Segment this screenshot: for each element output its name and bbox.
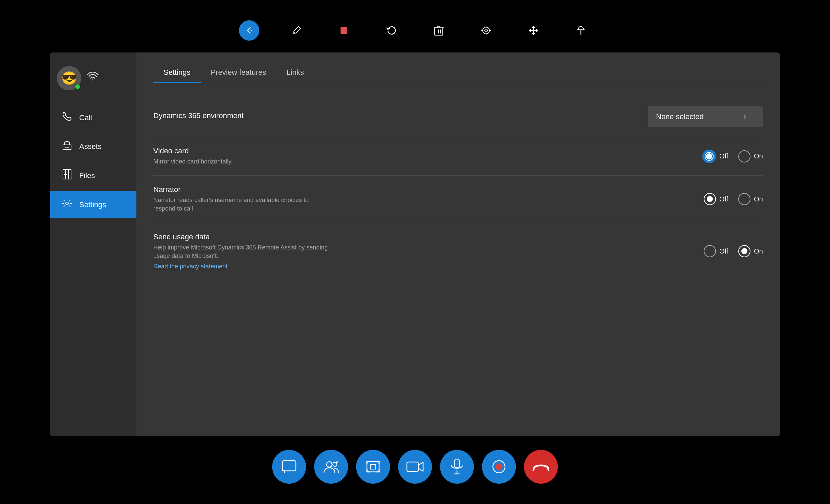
chat-button[interactable] — [272, 450, 306, 484]
video-card-on-label: On — [754, 152, 763, 160]
video-card-desc: Mirror video card horizontally. — [153, 157, 329, 166]
mic-button[interactable] — [440, 450, 474, 484]
send-usage-title: Send usage data — [153, 233, 704, 241]
video-card-off-radio[interactable] — [702, 150, 716, 163]
sidebar-item-files[interactable]: Files — [53, 161, 134, 190]
send-usage-desc: Help improve Microsoft Dynamics 365 Remo… — [153, 243, 329, 260]
call-icon — [61, 111, 73, 124]
dynamics-env-controls: None selected › — [648, 106, 763, 127]
send-usage-label-area: Send usage data Help improve Microsoft D… — [153, 233, 704, 270]
participants-button[interactable] — [314, 450, 348, 484]
svg-point-22 — [327, 462, 332, 467]
move-button[interactable] — [523, 20, 544, 41]
end-call-button[interactable] — [524, 450, 558, 484]
send-usage-on-radio[interactable] — [738, 245, 750, 257]
svg-point-20 — [66, 202, 68, 205]
video-card-on-option[interactable]: On — [738, 150, 763, 162]
main-panel: 😎 Call — [50, 52, 780, 436]
undo-button[interactable] — [381, 20, 401, 41]
online-badge — [74, 84, 81, 90]
send-usage-off-radio[interactable] — [704, 245, 716, 257]
delete-button[interactable] — [429, 20, 449, 41]
svg-point-41 — [496, 463, 502, 470]
svg-rect-37 — [454, 459, 460, 468]
pin-button[interactable] — [571, 20, 591, 41]
dynamics-env-value: None selected — [656, 112, 704, 121]
send-usage-on-label: On — [754, 247, 763, 255]
narrator-on-option[interactable]: On — [738, 193, 763, 205]
svg-rect-27 — [370, 464, 376, 469]
svg-rect-36 — [407, 462, 418, 472]
user-area: 😎 — [50, 59, 136, 104]
video-card-title: Video card — [153, 147, 702, 155]
settings-section: Dynamics 365 environment None selected ›… — [153, 97, 763, 280]
svg-rect-1 — [341, 27, 347, 34]
sidebar-item-assets[interactable]: Assets — [53, 133, 134, 160]
dynamics-env-row: Dynamics 365 environment None selected › — [153, 97, 763, 137]
narrator-controls: Off On — [704, 193, 763, 205]
back-button[interactable] — [239, 20, 259, 41]
sidebar-item-call[interactable]: Call — [53, 104, 134, 131]
video-card-off-option[interactable]: Off — [702, 150, 728, 163]
narrator-label-area: Narrator Narrator reads caller's usernam… — [153, 185, 704, 213]
sidebar-item-settings-label: Settings — [79, 200, 106, 209]
narrator-row: Narrator Narrator reads caller's usernam… — [153, 176, 763, 223]
sidebar-item-call-label: Call — [79, 113, 92, 122]
tabs: Settings Preview features Links — [153, 63, 763, 83]
privacy-link[interactable]: Read the privacy statement — [153, 263, 704, 270]
send-usage-off-option[interactable]: Off — [704, 245, 728, 257]
narrator-title: Narrator — [153, 185, 704, 194]
narrator-on-label: On — [754, 195, 763, 203]
video-card-row: Video card Mirror video card horizontall… — [153, 137, 763, 176]
dynamics-env-label-area: Dynamics 365 environment — [153, 111, 648, 122]
nav-items: Call Assets — [50, 104, 136, 436]
connection-icon — [87, 72, 99, 85]
avatar: 😎 — [57, 66, 81, 90]
dynamics-env-title: Dynamics 365 environment — [153, 111, 648, 120]
send-usage-on-option[interactable]: On — [738, 245, 763, 257]
record-button[interactable] — [482, 450, 516, 484]
svg-rect-21 — [282, 461, 296, 471]
narrator-off-option[interactable]: Off — [704, 193, 728, 205]
bottom-toolbar — [272, 450, 558, 484]
pen-tool[interactable] — [286, 20, 307, 41]
video-button[interactable] — [398, 450, 432, 484]
dropdown-arrow-icon: › — [744, 112, 746, 121]
sidebar-item-settings[interactable]: Settings — [50, 191, 136, 218]
narrator-off-radio[interactable] — [704, 193, 716, 205]
svg-point-0 — [251, 30, 252, 31]
narrator-desc: Narrator reads caller's username and ava… — [153, 196, 329, 213]
narrator-on-radio[interactable] — [738, 193, 750, 205]
top-toolbar — [239, 20, 591, 41]
video-card-controls: Off On — [702, 150, 763, 163]
svg-point-7 — [485, 29, 487, 32]
assets-icon — [61, 140, 73, 153]
narrator-off-label: Off — [719, 195, 728, 203]
svg-rect-26 — [367, 462, 379, 472]
target-button[interactable] — [476, 20, 496, 41]
dynamics-env-dropdown[interactable]: None selected › — [648, 106, 763, 127]
svg-point-6 — [483, 27, 489, 34]
sidebar-item-files-label: Files — [79, 171, 95, 180]
stop-button[interactable] — [334, 20, 354, 41]
send-usage-controls: Off On — [704, 245, 763, 257]
sidebar: 😎 Call — [50, 52, 136, 436]
tab-preview[interactable]: Preview features — [201, 63, 277, 83]
tab-settings[interactable]: Settings — [153, 63, 201, 83]
send-usage-row: Send usage data Help improve Microsoft D… — [153, 223, 763, 280]
send-usage-off-label: Off — [719, 247, 728, 255]
svg-rect-15 — [65, 145, 69, 147]
sidebar-item-assets-label: Assets — [79, 142, 102, 151]
screenshot-button[interactable] — [356, 450, 390, 484]
settings-icon — [61, 198, 73, 211]
video-card-off-label: Off — [719, 152, 728, 160]
tab-links[interactable]: Links — [276, 63, 314, 83]
content-area: Settings Preview features Links Dynamics… — [136, 52, 780, 436]
files-icon — [61, 169, 73, 182]
video-card-label-area: Video card Mirror video card horizontall… — [153, 147, 702, 166]
video-card-on-radio[interactable] — [738, 150, 750, 162]
